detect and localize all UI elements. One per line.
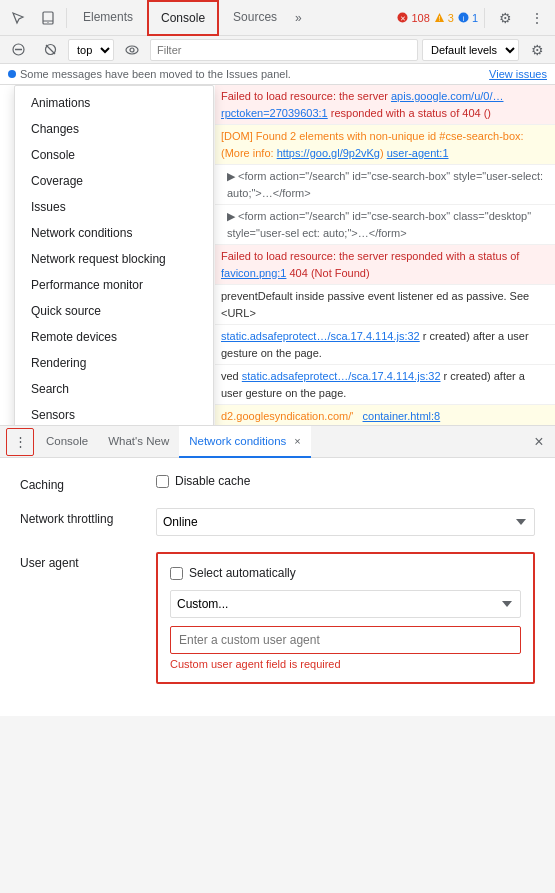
panel-menu-button[interactable]: ⋮ — [6, 428, 34, 456]
caching-label: Caching — [20, 474, 140, 492]
blue-dot — [8, 70, 16, 78]
view-issues-link[interactable]: View issues — [489, 68, 547, 80]
dropdown-item[interactable]: Search — [15, 376, 213, 402]
levels-select[interactable]: Default levels — [422, 39, 519, 61]
clear-console-icon[interactable] — [4, 36, 32, 64]
dropdown-item[interactable]: Animations — [15, 90, 213, 116]
more-tabs[interactable]: » — [291, 11, 306, 25]
settings2-icon[interactable]: ⚙ — [523, 36, 551, 64]
ua-section: Select automatically Custom... Custom us… — [156, 552, 535, 684]
dropdown-item[interactable]: Remote devices — [15, 324, 213, 350]
context-select[interactable]: top — [68, 39, 114, 61]
link-1[interactable]: apis.google.com/u/0/…rpctoken=27039603:1 — [221, 90, 504, 119]
bottom-tab-network-conditions[interactable]: Network conditions × — [179, 426, 311, 458]
right-msg-3: ▶ <form action="/search" id="cse-search-… — [215, 165, 555, 205]
tab-elements[interactable]: Elements — [71, 0, 145, 36]
ua-custom-input[interactable] — [170, 626, 521, 654]
inspect-icon[interactable] — [4, 4, 32, 32]
ua-error-message: Custom user agent field is required — [170, 658, 521, 670]
throttling-row: Network throttling OnlineFast 3GSlow 3GO… — [20, 508, 535, 536]
right-msg-7: static.adsafeprotect…/sca.17.4.114.js:32… — [215, 325, 555, 365]
dropdown-items: AnimationsChangesConsoleCoverageIssuesNe… — [15, 90, 213, 425]
sep1 — [66, 8, 67, 28]
info-badge: i 1 — [458, 12, 478, 24]
throttling-control: OnlineFast 3GSlow 3GOfflineAdd… — [156, 508, 535, 536]
console-right-panel: Failed to load resource: the server apis… — [215, 85, 555, 425]
right-msg-4: ▶ <form action="/search" id="cse-search-… — [215, 205, 555, 245]
nc-content: Caching Disable cache Network throttling… — [0, 458, 555, 716]
svg-point-13 — [126, 46, 138, 54]
second-toolbar: top Default levels ⚙ — [0, 36, 555, 64]
svg-text:!: ! — [438, 15, 440, 22]
dropdown-item[interactable]: Network conditions — [15, 220, 213, 246]
toolbar-right: ✕ 108 ! 3 i 1 ⚙ ⋮ — [397, 4, 551, 32]
disable-cache-label[interactable]: Disable cache — [156, 474, 535, 488]
tab-sources[interactable]: Sources — [221, 0, 289, 36]
device-icon[interactable] — [34, 4, 62, 32]
close-bottom-panel[interactable]: × — [527, 430, 551, 454]
ua-custom-select[interactable]: Custom... — [170, 590, 521, 618]
bottom-tabs-bar: ⋮ Console What's New Network conditions … — [0, 426, 555, 458]
throttling-label: Network throttling — [20, 508, 140, 526]
user-agent-label: User agent — [20, 552, 140, 570]
warn-badge: ! 3 — [434, 12, 454, 24]
dropdown-item[interactable]: Issues — [15, 194, 213, 220]
caching-row: Caching Disable cache — [20, 474, 535, 492]
more-options-icon[interactable]: ⋮ — [523, 4, 551, 32]
ua-auto-checkbox[interactable] — [170, 567, 183, 580]
issues-bar: Some messages have been moved to the Iss… — [0, 64, 555, 85]
right-msg-2: [DOM] Found 2 elements with non-unique i… — [215, 125, 555, 165]
throttling-select[interactable]: OnlineFast 3GSlow 3GOfflineAdd… — [156, 508, 535, 536]
bottom-panel: ⋮ Console What's New Network conditions … — [0, 425, 555, 716]
console-area: Failed to load resource: the server apis… — [0, 85, 555, 425]
dropdown-item[interactable]: Rendering — [15, 350, 213, 376]
ua-custom-select-wrapper: Custom... — [170, 590, 521, 618]
settings-icon[interactable]: ⚙ — [491, 4, 519, 32]
ua-auto-label[interactable]: Select automatically — [170, 566, 521, 580]
ua-auto-row: Select automatically — [170, 566, 521, 580]
right-msg-1: Failed to load resource: the server apis… — [215, 85, 555, 125]
dropdown-item[interactable]: Quick source — [15, 298, 213, 324]
issues-bar-text: Some messages have been moved to the Iss… — [20, 68, 291, 80]
disable-cache-checkbox[interactable] — [156, 475, 169, 488]
svg-point-14 — [130, 48, 134, 52]
dropdown-item[interactable]: Console — [15, 142, 213, 168]
dropdown-item[interactable]: Changes — [15, 116, 213, 142]
svg-text:✕: ✕ — [400, 15, 406, 22]
top-toolbar: Elements Console Sources » ✕ 108 ! 3 i 1… — [0, 0, 555, 36]
ua-input-wrapper — [170, 626, 521, 654]
right-msg-6: preventDefault inside passive event list… — [215, 285, 555, 325]
issues-bar-left: Some messages have been moved to the Iss… — [8, 68, 291, 80]
eye-icon[interactable] — [118, 36, 146, 64]
dropdown-item[interactable]: Sensors — [15, 402, 213, 425]
user-agent-row: User agent Select automatically Custom..… — [20, 552, 535, 684]
svg-point-2 — [47, 21, 48, 22]
bottom-tab-whats-new[interactable]: What's New — [98, 426, 179, 458]
right-msg-8: ved static.adsafeprotect…/sca.17.4.114.j… — [215, 365, 555, 405]
dropdown-menu: AnimationsChangesConsoleCoverageIssuesNe… — [14, 85, 214, 425]
right-msg-5: Failed to load resource: the server resp… — [215, 245, 555, 285]
filter-input[interactable] — [150, 39, 418, 61]
bottom-tab-console[interactable]: Console — [36, 426, 98, 458]
close-network-conditions[interactable]: × — [294, 435, 300, 447]
dropdown-item[interactable]: Coverage — [15, 168, 213, 194]
dropdown-item[interactable]: Network request blocking — [15, 246, 213, 272]
dropdown-item[interactable]: Performance monitor — [15, 272, 213, 298]
right-msg-9: d2.googlesyndication.com/' container.htm… — [215, 405, 555, 425]
caching-control: Disable cache — [156, 474, 535, 488]
sep2 — [484, 8, 485, 28]
tab-console[interactable]: Console — [147, 0, 219, 36]
user-agent-control: Select automatically Custom... Custom us… — [156, 552, 535, 684]
error-badge: ✕ 108 — [397, 12, 429, 24]
stop-icon[interactable] — [36, 36, 64, 64]
